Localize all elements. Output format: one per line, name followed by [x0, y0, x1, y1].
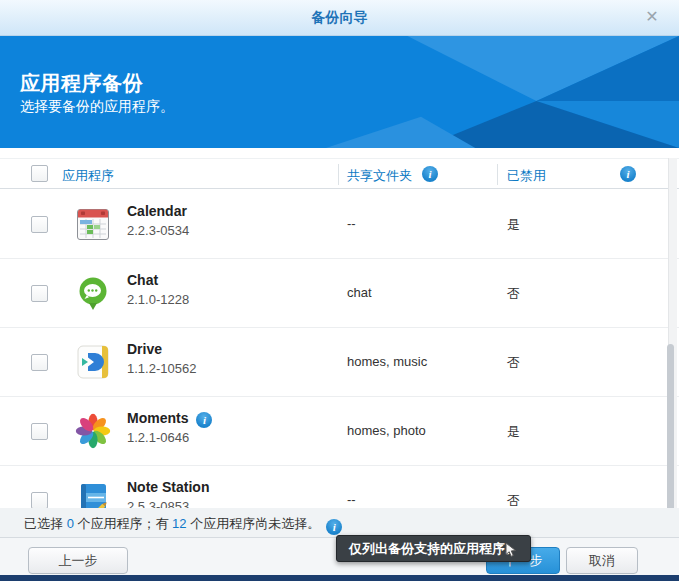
column-header-application: 应用程序: [62, 167, 114, 185]
app-shared-folders: homes, photo: [347, 423, 426, 438]
app-name: Note Station: [127, 479, 209, 495]
app-disabled-status: 是: [507, 423, 520, 441]
select-all-checkbox[interactable]: [31, 165, 48, 182]
mouse-cursor-icon: [505, 542, 519, 558]
selection-status-text: 已选择 0 个应用程序；有 12 个应用程序尚未选择。i: [24, 515, 342, 533]
app-name-text: Chat: [127, 272, 158, 288]
app-version: 2.1.0-1228: [127, 292, 189, 307]
app-shared-folders: homes, music: [347, 354, 427, 369]
table-row[interactable]: Momentsi 1.2.1-0646 homes, photo 是: [0, 397, 679, 466]
table-row[interactable]: Drive 1.1.2-10562 homes, music 否: [0, 328, 679, 397]
previous-button[interactable]: 上一步: [28, 547, 128, 574]
app-name: Calendar: [127, 203, 187, 219]
scrollbar-track[interactable]: [668, 158, 677, 508]
app-name-text: Drive: [127, 341, 162, 357]
column-header-disabled: 已禁用: [507, 167, 546, 185]
status-info-icon[interactable]: i: [326, 519, 342, 535]
app-name: Momentsi: [127, 410, 188, 426]
shared-folder-info-icon[interactable]: i: [422, 166, 438, 182]
cancel-button[interactable]: 取消: [566, 547, 638, 574]
app-name: Chat: [127, 272, 158, 288]
row-checkbox[interactable]: [31, 492, 48, 508]
app-disabled-status: 否: [507, 492, 520, 508]
table-row[interactable]: Chat 2.1.0-1228 chat 否: [0, 259, 679, 328]
app-version: 2.5.3-0853: [127, 499, 189, 508]
page-title: 应用程序备份: [20, 70, 143, 97]
tooltip: 仅列出备份支持的应用程序。: [336, 535, 531, 562]
disabled-info-icon[interactable]: i: [620, 166, 636, 182]
note-station-app-icon: [74, 481, 112, 508]
table-row[interactable]: Note Station 2.5.3-0853 -- 否: [0, 466, 679, 508]
moments-app-icon: [74, 412, 112, 450]
remaining-count: 12: [172, 516, 186, 531]
app-info-icon[interactable]: i: [196, 412, 212, 428]
app-disabled-status: 否: [507, 354, 520, 372]
drive-app-icon: [74, 343, 112, 381]
table-row[interactable]: Calendar 2.2.3-0534 -- 是: [0, 190, 679, 259]
app-name-text: Calendar: [127, 203, 187, 219]
page-subtitle: 选择要备份的应用程序。: [20, 98, 174, 116]
column-divider: [338, 164, 339, 185]
column-header-shared-folder: 共享文件夹: [347, 167, 412, 185]
scrollbar-thumb[interactable]: [667, 344, 674, 522]
selection-status-bar: 已选择 0 个应用程序；有 12 个应用程序尚未选择。i: [0, 508, 679, 537]
calendar-app-icon: [74, 205, 112, 243]
wizard-banner: 应用程序备份 选择要备份的应用程序。: [0, 36, 679, 148]
dialog-titlebar: 备份向导 ✕: [0, 0, 679, 36]
app-name: Drive: [127, 341, 162, 357]
app-shared-folders: chat: [347, 285, 372, 300]
row-checkbox[interactable]: [31, 354, 48, 371]
dialog-title: 备份向导: [0, 9, 679, 27]
chat-app-icon: [74, 274, 112, 312]
selected-count: 0: [67, 516, 74, 531]
app-disabled-status: 否: [507, 285, 520, 303]
column-divider: [497, 164, 498, 185]
app-version: 1.2.1-0646: [127, 430, 189, 445]
app-name-text: Note Station: [127, 479, 209, 495]
app-name-text: Moments: [127, 410, 188, 426]
backup-wizard-dialog: 备份向导 ✕ 应用程序备份 选择要备份的应用程序。 应用程序 共享文件夹 i 已…: [0, 0, 679, 581]
app-shared-folders: --: [347, 216, 356, 231]
row-checkbox[interactable]: [31, 285, 48, 302]
app-list: Calendar 2.2.3-0534 -- 是 Chat 2.1.0-1228…: [0, 190, 679, 508]
bottom-edge-bar: [0, 575, 679, 581]
row-checkbox[interactable]: [31, 216, 48, 233]
app-version: 2.2.3-0534: [127, 223, 189, 238]
table-header: 应用程序 共享文件夹 i 已禁用 i: [0, 158, 679, 189]
row-checkbox[interactable]: [31, 423, 48, 440]
close-icon[interactable]: ✕: [643, 8, 661, 26]
app-version: 1.1.2-10562: [127, 361, 196, 376]
app-shared-folders: --: [347, 492, 356, 507]
app-disabled-status: 是: [507, 216, 520, 234]
